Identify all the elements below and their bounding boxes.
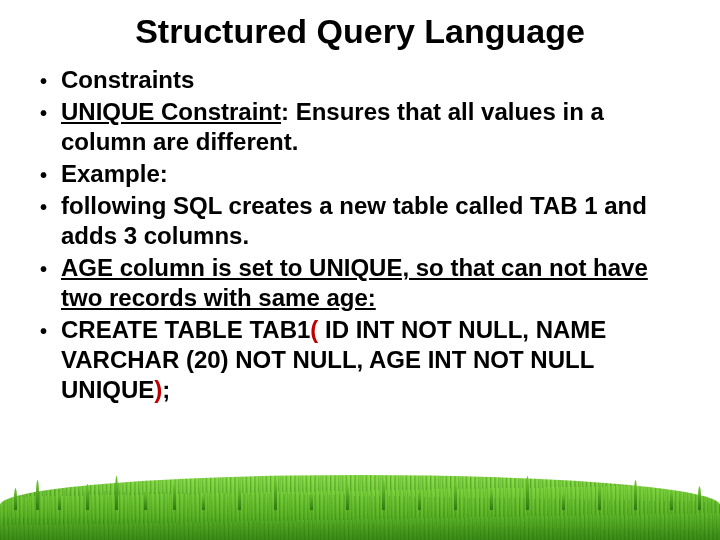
- bullet-item: • Constraints: [40, 65, 680, 95]
- bullet-item: • Example:: [40, 159, 680, 189]
- bullet-text: CREATE TABLE TAB1( ID INT NOT NULL, NAME…: [61, 315, 680, 405]
- slide-title: Structured Query Language: [40, 12, 680, 51]
- underlined-text: UNIQUE Constraint: [61, 98, 281, 125]
- bullet-text: UNIQUE Constraint: Ensures that all valu…: [61, 97, 680, 157]
- bullet-marker: •: [40, 315, 47, 405]
- bullet-marker: •: [40, 97, 47, 157]
- bullet-item: • following SQL creates a new table call…: [40, 191, 680, 251]
- hill-shape: [0, 440, 720, 540]
- grass-texture: [0, 475, 720, 540]
- grass-background: [0, 430, 720, 540]
- slide: Structured Query Language • Constraints …: [0, 0, 720, 540]
- bullet-item: • AGE column is set to UNIQUE, so that c…: [40, 253, 680, 313]
- bullet-text: following SQL creates a new table called…: [61, 191, 680, 251]
- bullet-text: AGE column is set to UNIQUE, so that can…: [61, 253, 680, 313]
- text-span: CREATE TABLE TAB1: [61, 316, 310, 343]
- bullet-item: • UNIQUE Constraint: Ensures that all va…: [40, 97, 680, 157]
- bullet-item: • CREATE TABLE TAB1( ID INT NOT NULL, NA…: [40, 315, 680, 405]
- bullet-marker: •: [40, 65, 47, 95]
- content-area: • Constraints • UNIQUE Constraint: Ensur…: [40, 65, 680, 405]
- grass-blades: [0, 460, 720, 510]
- bullet-text: Example:: [61, 159, 680, 189]
- bullet-marker: •: [40, 253, 47, 313]
- bullet-marker: •: [40, 159, 47, 189]
- bullet-marker: •: [40, 191, 47, 251]
- text-span: ;: [162, 376, 170, 403]
- bullet-text: Constraints: [61, 65, 680, 95]
